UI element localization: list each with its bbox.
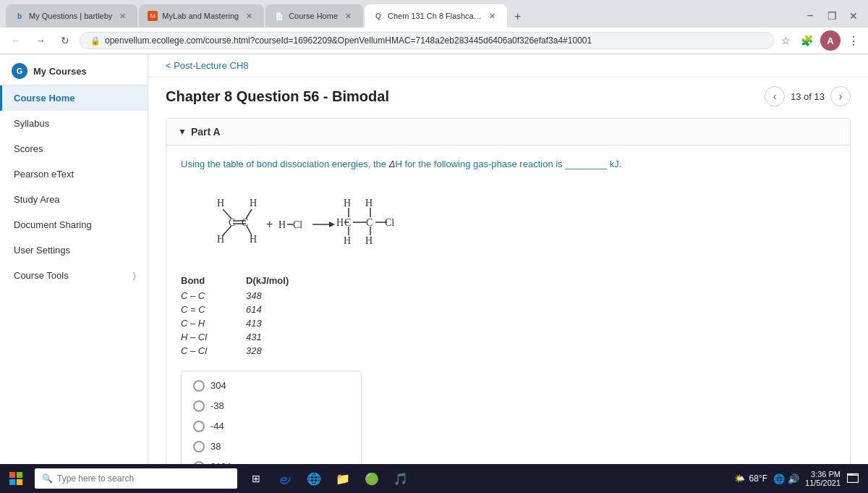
bond-table-header: Bond D(kJ/mol)	[181, 275, 835, 286]
radio-neg44[interactable]	[193, 421, 205, 432]
tab-close-flashcards[interactable]: ✕	[486, 10, 498, 22]
taskbar-search-input[interactable]	[57, 473, 230, 484]
new-tab-button[interactable]: +	[509, 6, 527, 28]
url-text: openvellum.ecollege.com/course.html?cour…	[105, 35, 592, 46]
pagination-prev-button[interactable]: ‹	[765, 86, 785, 106]
sidebar-item-syllabus[interactable]: Syllabus	[0, 111, 148, 136]
svg-text:C: C	[344, 217, 351, 228]
tab-favicon-flashcards: Q	[373, 11, 383, 21]
svg-text:H: H	[336, 217, 344, 228]
svg-text:H: H	[278, 219, 286, 230]
bond-cc-single: C – C	[181, 290, 217, 301]
bond-table: Bond D(kJ/mol) C – C 348 C = C 614 C –	[181, 275, 835, 356]
sound-icon[interactable]: 🔊	[788, 473, 799, 484]
network-icon[interactable]: 🌐	[773, 473, 785, 484]
part-section: ▼ Part A Using the table of bond dissoci…	[166, 118, 851, 464]
svg-rect-36	[17, 479, 22, 485]
option-304[interactable]: 304	[193, 380, 349, 392]
sidebar-item-course-tools[interactable]: Course Tools 〉	[0, 263, 148, 288]
pagination-next-button[interactable]: ›	[830, 86, 851, 106]
sidebar-item-scores[interactable]: Scores	[0, 136, 148, 161]
clock-time: 3:36 PM	[811, 470, 841, 479]
option-label-2134: 2134	[210, 461, 231, 464]
sidebar-item-pearson-etext[interactable]: Pearson eText	[0, 161, 148, 187]
account-avatar[interactable]: A	[820, 30, 841, 51]
bond-row-ccl: C – Cl 328	[181, 345, 835, 356]
tab-close-course[interactable]: ✕	[342, 10, 354, 22]
minimize-button[interactable]: −	[801, 7, 819, 25]
radio-neg38[interactable]	[193, 400, 205, 412]
reaction-svg: H H C C	[195, 186, 485, 258]
radio-304[interactable]	[193, 380, 205, 392]
bond-row-cc-single: C – C 348	[181, 290, 835, 301]
svg-rect-35	[9, 479, 15, 485]
svg-text:+: +	[266, 218, 273, 230]
sidebar-item-user-settings[interactable]: User Settings	[0, 237, 148, 263]
bond-ccl: C – Cl	[181, 345, 217, 356]
weather-widget[interactable]: 🌤️ 68°F	[734, 473, 767, 484]
url-field[interactable]: 🔒 openvellum.ecollege.com/course.html?co…	[80, 32, 774, 49]
radio-2134[interactable]	[193, 461, 205, 465]
back-button[interactable]: ←	[6, 30, 26, 51]
tab-mylab[interactable]: M MyLab and Mastering ✕	[139, 4, 264, 28]
notification-button[interactable]: 🗔	[846, 471, 859, 486]
sidebar-item-document-sharing[interactable]: Document Sharing	[0, 212, 148, 237]
refresh-button[interactable]: ↻	[55, 30, 75, 51]
option-label-304: 304	[210, 380, 226, 391]
pagination-nav: ‹ 13 of 13 ›	[765, 86, 851, 106]
svg-text:H: H	[217, 234, 224, 245]
part-header[interactable]: ▼ Part A	[166, 119, 850, 146]
options-box: 304 -38 -44 38	[181, 371, 362, 465]
radio-38[interactable]	[193, 441, 205, 452]
tab-close-bartleby[interactable]: ✕	[116, 10, 129, 22]
tab-favicon-bartleby: b	[14, 11, 25, 21]
folder-icon[interactable]: 📁	[330, 465, 356, 492]
tab-close-mylab[interactable]: ✕	[243, 10, 255, 22]
sidebar-item-study-area[interactable]: Study Area	[0, 187, 148, 212]
value-hcl: 431	[246, 332, 282, 342]
task-view-button[interactable]: ⊞	[243, 465, 269, 492]
sidebar-brand: My Courses	[33, 66, 87, 77]
edge-icon[interactable]	[272, 465, 298, 492]
close-window-button[interactable]: ✕	[845, 7, 862, 25]
tab-course-home[interactable]: 📄 Course Home ✕	[265, 4, 363, 28]
pagination-text: 13 of 13	[791, 91, 825, 102]
breadcrumb-link[interactable]: < Post-Lecture CH8	[166, 60, 249, 71]
address-bar: ← → ↻ 🔒 openvellum.ecollege.com/course.h…	[0, 28, 868, 54]
option-38[interactable]: 38	[193, 441, 349, 452]
svg-rect-34	[17, 472, 22, 478]
music-icon[interactable]: 🎵	[388, 465, 414, 492]
option-neg38[interactable]: -38	[193, 400, 349, 412]
svg-text:H: H	[344, 235, 351, 246]
taskbar-search-bar[interactable]: 🔍	[35, 468, 237, 489]
chrome-icon-2[interactable]: 🟢	[359, 465, 385, 492]
tab-label-bartleby: My Questions | bartleby	[29, 12, 112, 20]
system-clock[interactable]: 3:36 PM 11/5/2021	[805, 470, 841, 487]
svg-rect-33	[9, 472, 15, 478]
tabs-bar: b My Questions | bartleby ✕ M MyLab and …	[0, 0, 868, 28]
svg-text:H: H	[344, 198, 351, 208]
browser-menu-button[interactable]: ⋮	[845, 31, 862, 51]
svg-text:H: H	[250, 198, 257, 208]
forward-button[interactable]: →	[30, 30, 51, 51]
bookmark-icon[interactable]: ☆	[778, 32, 793, 49]
bond-hcl: H – Cl	[181, 332, 217, 342]
bond-row-hcl: H – Cl 431	[181, 332, 835, 342]
sidebar: G My Courses Course Home Syllabus Scores…	[0, 54, 148, 464]
sidebar-logo-icon: G	[12, 63, 27, 79]
sidebar-item-course-home[interactable]: Course Home	[0, 85, 148, 111]
sidebar-logo: G My Courses	[12, 63, 136, 79]
bond-col-header: Bond	[181, 275, 217, 286]
weather-temp: 68°F	[749, 473, 767, 484]
start-button[interactable]	[3, 465, 29, 492]
option-neg44[interactable]: -44	[193, 421, 349, 432]
tab-flashcards[interactable]: Q Chem 131 Ch 8 Flashcards | Quiz ✕	[365, 4, 507, 28]
option-2134[interactable]: 2134	[193, 461, 349, 465]
content-scroll[interactable]: ▼ Part A Using the table of bond dissoci…	[148, 112, 868, 464]
extensions-icon[interactable]: 🧩	[798, 32, 816, 49]
chemistry-diagram: H H C C	[195, 186, 835, 261]
chrome-icon[interactable]: 🌐	[301, 465, 327, 492]
bond-row-ch: C – H 413	[181, 318, 835, 329]
restore-button[interactable]: ❒	[823, 7, 841, 25]
tab-bartleby[interactable]: b My Questions | bartleby ✕	[6, 4, 137, 28]
